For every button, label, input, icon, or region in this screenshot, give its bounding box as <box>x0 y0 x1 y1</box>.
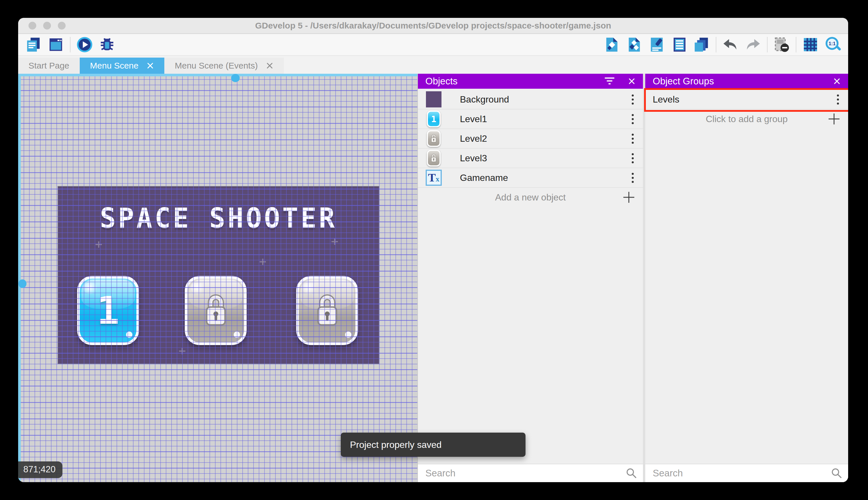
redo-icon[interactable] <box>744 36 761 53</box>
groups-panel-header: Object Groups <box>645 74 848 89</box>
play-preview-icon[interactable] <box>76 36 93 53</box>
level1-thumbnail-icon: 1 <box>425 111 442 127</box>
close-window-icon[interactable] <box>28 22 36 30</box>
window-title: GDevelop 5 - /Users/dkarakay/Documents/G… <box>255 21 611 31</box>
add-group-button[interactable]: Click to add a group <box>645 110 848 128</box>
instances-list-icon[interactable] <box>671 36 688 53</box>
object-name: Level1 <box>460 114 487 124</box>
object-menu-icon[interactable] <box>630 132 635 146</box>
horizontal-scrollbar[interactable] <box>18 74 417 76</box>
search-icon <box>625 467 638 479</box>
traffic-lights <box>28 22 66 30</box>
vertical-scrollbar-thumb[interactable] <box>19 280 26 288</box>
toast-message: Project properly saved <box>350 440 442 450</box>
undo-icon[interactable] <box>722 36 739 53</box>
svg-text:1:1: 1:1 <box>829 41 835 46</box>
debug-icon[interactable] <box>99 36 115 53</box>
group-menu-icon[interactable] <box>835 93 841 106</box>
tab-start-page[interactable]: Start Page <box>18 58 80 74</box>
grid-icon[interactable] <box>802 36 819 53</box>
object-groups-panel: Object Groups Levels Click to add a grou… <box>645 74 848 482</box>
toolbar-separator <box>716 37 716 53</box>
layers-icon[interactable] <box>693 36 710 53</box>
toolbar-separator <box>796 37 796 53</box>
star-decoration <box>96 241 102 248</box>
project-manager-icon[interactable] <box>25 36 42 53</box>
group-row-levels[interactable]: Levels <box>645 90 848 110</box>
level3-button-instance[interactable] <box>296 276 358 345</box>
objects-search-input[interactable] <box>418 468 643 479</box>
object-menu-icon[interactable] <box>630 112 635 126</box>
close-tab-icon[interactable] <box>266 62 273 69</box>
object-row-level1[interactable]: 1 Level1 <box>418 110 643 129</box>
cursor-coordinates: 871;420 <box>18 462 62 478</box>
object-name: Level3 <box>460 153 487 163</box>
background-thumbnail-icon <box>425 91 442 108</box>
group-name: Levels <box>653 94 680 105</box>
maximize-window-icon[interactable] <box>58 22 66 30</box>
vertical-scrollbar[interactable] <box>18 74 21 482</box>
plus-icon[interactable] <box>829 113 840 124</box>
close-panel-icon[interactable] <box>628 78 635 85</box>
add-object-button[interactable]: Add a new object <box>418 188 643 207</box>
tab-label: Menu Scene (Events) <box>175 61 258 70</box>
minimize-window-icon[interactable] <box>43 22 51 30</box>
objects-panel: Objects Background 1 Level1 <box>417 74 643 482</box>
scene-canvas[interactable]: SPACE SHOOTER 1 <box>18 74 417 482</box>
panel-divider[interactable] <box>643 74 645 482</box>
horizontal-scrollbar-thumb[interactable] <box>231 74 240 82</box>
filter-icon[interactable] <box>604 77 615 86</box>
gdevelop-window: GDevelop 5 - /Users/dkarakay/Documents/G… <box>18 18 848 482</box>
object-row-gamename[interactable]: Tx Gamename <box>418 168 643 188</box>
objects-panel-header: Objects <box>418 74 643 89</box>
title-bar: GDevelop 5 - /Users/dkarakay/Documents/G… <box>18 18 848 34</box>
close-panel-icon[interactable] <box>833 78 841 85</box>
tab-menu-scene[interactable]: Menu Scene <box>80 58 164 74</box>
object-menu-icon[interactable] <box>630 151 635 165</box>
scene-window-icon[interactable] <box>47 36 64 53</box>
groups-search <box>645 464 848 482</box>
object-row-background[interactable]: Background <box>418 90 643 110</box>
object-menu-icon[interactable] <box>630 171 635 185</box>
tab-menu-scene-events[interactable]: Menu Scene (Events) <box>164 58 283 74</box>
objects-search <box>418 464 643 482</box>
object-menu-icon[interactable] <box>630 93 635 106</box>
editor-tabs: Start Page Menu Scene Menu Scene (Events… <box>18 56 848 74</box>
locked-thumbnail-icon <box>425 130 442 147</box>
close-tab-icon[interactable] <box>146 62 154 69</box>
zoom-1-1-icon[interactable]: 1:1 <box>824 36 841 53</box>
level1-button-instance[interactable]: 1 <box>77 276 139 345</box>
properties-icon[interactable] <box>648 36 665 53</box>
tab-label: Start Page <box>28 61 69 70</box>
toolbar-separator <box>70 37 71 53</box>
locked-thumbnail-icon <box>425 150 442 167</box>
save-toast: Project properly saved <box>341 433 526 457</box>
add-group-label: Click to add a group <box>706 114 788 124</box>
star-decoration <box>179 348 185 354</box>
game-title-text[interactable]: SPACE SHOOTER <box>58 202 379 234</box>
level2-button-instance[interactable] <box>185 276 247 345</box>
groups-search-input[interactable] <box>645 468 848 479</box>
star-decoration <box>331 238 338 245</box>
object-groups-editor-icon[interactable] <box>626 36 643 53</box>
groups-list: Levels Click to add a group <box>645 89 848 128</box>
text-object-icon: Tx <box>425 169 442 186</box>
object-row-level2[interactable]: Level2 <box>418 129 643 149</box>
tab-label: Menu Scene <box>90 61 138 70</box>
objects-editor-icon[interactable] <box>603 36 620 53</box>
star-decoration <box>260 259 266 265</box>
groups-panel-title: Object Groups <box>653 76 833 87</box>
add-object-label: Add a new object <box>495 192 566 203</box>
main-toolbar: 1:1 <box>18 34 848 56</box>
plus-icon[interactable] <box>623 192 634 203</box>
window-mask-icon[interactable] <box>773 36 790 53</box>
objects-list: Background 1 Level1 Level2 <box>418 89 643 207</box>
toolbar-separator <box>767 37 767 53</box>
object-name: Gamename <box>460 172 508 183</box>
object-name: Background <box>460 94 509 105</box>
objects-panel-title: Objects <box>425 76 604 87</box>
object-row-level3[interactable]: Level3 <box>418 149 643 168</box>
search-icon <box>830 467 843 479</box>
game-background-instance[interactable]: SPACE SHOOTER 1 <box>58 186 379 363</box>
object-name: Level2 <box>460 133 487 144</box>
